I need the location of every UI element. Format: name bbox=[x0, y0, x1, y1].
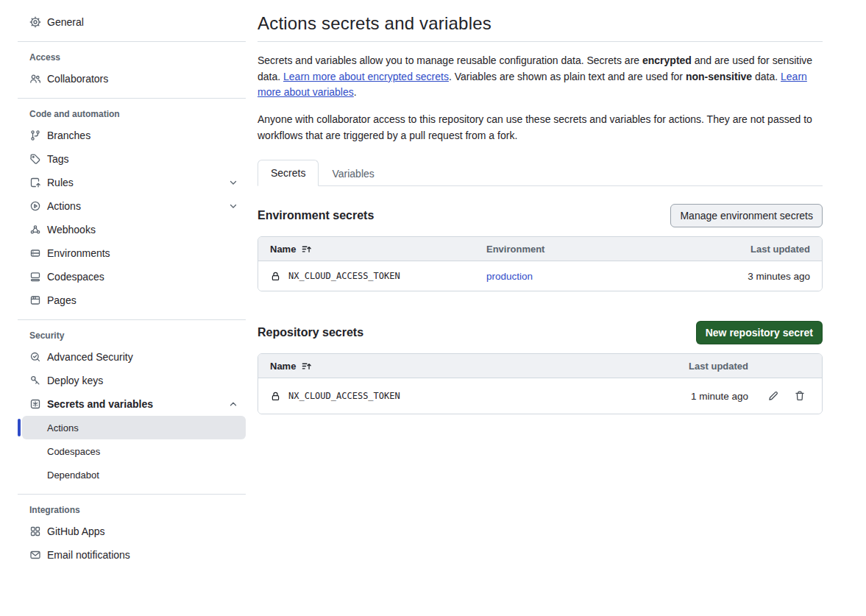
secret-name: NX_CLOUD_ACCESS_TOKEN bbox=[288, 391, 400, 401]
manage-environment-secrets-button[interactable]: Manage environment secrets bbox=[670, 204, 823, 227]
sidebar-section-access: Access bbox=[29, 52, 246, 63]
intro-text-segment: Secrets and variables allow you to manag… bbox=[258, 54, 642, 66]
environment-secrets-header: Environment secrets Manage environment s… bbox=[258, 204, 823, 227]
sidebar-item-label: Pages bbox=[47, 295, 77, 305]
link-encrypted-secrets[interactable]: Learn more about encrypted secrets bbox=[283, 71, 449, 82]
environment-secrets-table-header: Name Environment Last updated bbox=[258, 237, 822, 261]
sidebar-item-email-notifications[interactable]: Email notifications bbox=[22, 543, 246, 567]
new-repository-secret-button[interactable]: New repository secret bbox=[696, 321, 823, 344]
column-header-label: Name bbox=[270, 244, 296, 255]
intro-bold-non-sensitive: non-sensitive bbox=[686, 71, 752, 82]
lock-icon bbox=[270, 391, 281, 402]
secrets-variables-tabs: Secrets Variables bbox=[258, 160, 823, 186]
lock-icon bbox=[270, 271, 281, 282]
server-icon bbox=[29, 247, 41, 259]
table-row: NX_CLOUD_ACCESS_TOKEN production 3 minut… bbox=[258, 261, 822, 291]
intro-bold-encrypted: encrypted bbox=[642, 54, 692, 66]
trash-icon bbox=[794, 390, 806, 402]
sidebar-item-label: Actions bbox=[47, 201, 81, 211]
sidebar-item-label: Webhooks bbox=[47, 224, 96, 235]
intro-text-segment: . bbox=[354, 86, 357, 98]
sidebar-item-general[interactable]: General bbox=[22, 10, 246, 34]
settings-page: General Access Collaborators Code and au… bbox=[0, 0, 866, 616]
sidebar-item-pages[interactable]: Pages bbox=[22, 288, 246, 312]
sidebar-item-collaborators[interactable]: Collaborators bbox=[22, 67, 246, 91]
tab-variables[interactable]: Variables bbox=[319, 160, 387, 186]
row-actions bbox=[748, 386, 810, 406]
gear-icon bbox=[29, 16, 41, 28]
sidebar-subitem-codespaces[interactable]: Codespaces bbox=[22, 439, 246, 463]
people-icon bbox=[29, 73, 41, 85]
intro-text-segment: data. bbox=[752, 71, 781, 82]
sidebar-divider bbox=[18, 319, 246, 320]
sidebar-subitem-dependabot[interactable]: Dependabot bbox=[22, 463, 246, 486]
tab-secrets[interactable]: Secrets bbox=[258, 160, 319, 186]
secret-name-cell: NX_CLOUD_ACCESS_TOKEN bbox=[270, 271, 486, 282]
sidebar-item-label: Deploy keys bbox=[47, 375, 103, 386]
sidebar-item-label: Collaborators bbox=[47, 74, 108, 84]
chevron-down-icon bbox=[228, 201, 238, 211]
sidebar-item-webhooks[interactable]: Webhooks bbox=[22, 218, 246, 241]
sidebar-item-label: Environments bbox=[47, 248, 110, 258]
sidebar-item-label: Email notifications bbox=[47, 550, 130, 560]
edit-secret-button[interactable] bbox=[763, 386, 784, 406]
sidebar-item-github-apps[interactable]: GitHub Apps bbox=[22, 520, 246, 543]
sidebar-item-actions[interactable]: Actions bbox=[22, 194, 246, 218]
sidebar-subitem-label: Actions bbox=[47, 422, 79, 433]
mail-icon bbox=[29, 549, 41, 561]
secret-icon bbox=[29, 398, 41, 410]
sidebar-item-label: Codespaces bbox=[47, 272, 104, 282]
sidebar-item-label: GitHub Apps bbox=[47, 526, 105, 537]
chevron-up-icon bbox=[228, 399, 238, 409]
browser-icon bbox=[29, 294, 41, 306]
sidebar-section-security: Security bbox=[29, 330, 246, 341]
page-title: Actions secrets and variables bbox=[258, 13, 823, 34]
title-divider bbox=[258, 41, 823, 42]
sidebar-item-rules[interactable]: Rules bbox=[22, 171, 246, 194]
sidebar-subitem-actions[interactable]: Actions bbox=[22, 416, 246, 439]
rules-icon bbox=[29, 177, 41, 188]
sidebar-section-code-automation: Code and automation bbox=[29, 109, 246, 119]
sidebar-divider bbox=[18, 494, 246, 495]
sidebar-item-deploy-keys[interactable]: Deploy keys bbox=[22, 369, 246, 392]
sidebar-item-label: Advanced Security bbox=[47, 352, 133, 362]
sidebar-item-secrets-and-variables[interactable]: Secrets and variables bbox=[22, 392, 246, 416]
repository-secrets-header: Repository secrets New repository secret bbox=[258, 321, 823, 344]
sidebar-item-label: General bbox=[47, 17, 84, 27]
settings-sidebar: General Access Collaborators Code and au… bbox=[0, 0, 258, 616]
column-header-label: Name bbox=[270, 361, 296, 372]
environment-link[interactable]: production bbox=[486, 271, 533, 282]
pencil-icon bbox=[767, 390, 779, 402]
repository-secrets-heading: Repository secrets bbox=[258, 326, 363, 339]
column-header-last-updated: Last updated bbox=[645, 361, 748, 372]
sort-ascending-icon bbox=[301, 361, 312, 372]
codescan-icon bbox=[29, 351, 41, 363]
sidebar-item-codespaces[interactable]: Codespaces bbox=[22, 265, 246, 288]
environment-cell: production bbox=[486, 270, 707, 282]
sidebar-item-advanced-security[interactable]: Advanced Security bbox=[22, 345, 246, 369]
sidebar-item-label: Secrets and variables bbox=[47, 399, 153, 409]
sidebar-item-environments[interactable]: Environments bbox=[22, 241, 246, 265]
column-header-name[interactable]: Name bbox=[270, 244, 486, 255]
apps-icon bbox=[29, 525, 41, 537]
intro-text-segment: . Variables are shown as plain text and … bbox=[449, 71, 686, 82]
sort-ascending-icon bbox=[301, 244, 312, 255]
chevron-down-icon bbox=[228, 177, 238, 188]
column-header-environment: Environment bbox=[486, 244, 707, 255]
intro-paragraph-1: Secrets and variables allow you to manag… bbox=[258, 53, 823, 101]
sidebar-section-integrations: Integrations bbox=[29, 505, 246, 515]
secret-name: NX_CLOUD_ACCESS_TOKEN bbox=[288, 271, 400, 281]
tag-icon bbox=[29, 153, 41, 165]
sidebar-item-branches[interactable]: Branches bbox=[22, 124, 246, 147]
last-updated-cell: 3 minutes ago bbox=[707, 271, 810, 282]
column-header-last-updated: Last updated bbox=[707, 244, 810, 255]
delete-secret-button[interactable] bbox=[789, 386, 810, 406]
sidebar-item-tags[interactable]: Tags bbox=[22, 147, 246, 171]
repository-secrets-table-header: Name Last updated bbox=[258, 354, 822, 378]
play-icon bbox=[29, 200, 41, 212]
secret-name-cell: NX_CLOUD_ACCESS_TOKEN bbox=[270, 391, 645, 402]
key-icon bbox=[29, 375, 41, 386]
column-header-name[interactable]: Name bbox=[270, 361, 645, 372]
main-content: Actions secrets and variables Secrets an… bbox=[258, 0, 823, 616]
sidebar-subitem-label: Dependabot bbox=[47, 470, 99, 481]
